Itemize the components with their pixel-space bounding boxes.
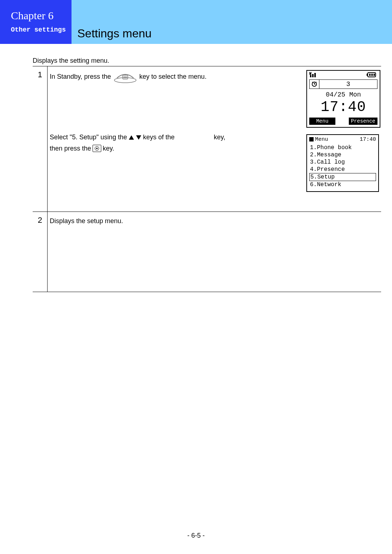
step-body: In Standby, press the [48, 66, 381, 212]
menu-screen: Menu 17:40 1.Phone book2.Message3.Call l… [306, 134, 379, 192]
step-body: Displays the setup menu. [48, 212, 381, 292]
standby-screen: 3 04/25 Mon 17:40 Menu Presence [306, 70, 380, 128]
chapter-subtitle: Other settings [11, 26, 67, 33]
chapter-label: Chapter 6 [11, 9, 67, 22]
svg-rect-17 [373, 74, 375, 76]
text: Displays the setup menu. [50, 217, 123, 225]
svg-rect-14 [367, 74, 368, 76]
menu-item: 1.Phone book [309, 144, 376, 151]
menu-indicator-icon [309, 137, 314, 141]
svg-point-0 [114, 78, 136, 83]
softkey-presence: Presence [349, 118, 377, 125]
step-number: 2 [33, 212, 48, 292]
menu-time: 17:40 [360, 136, 376, 143]
step-row: 1 In Standby, press the [33, 66, 381, 212]
step-instructions: Displays the setup menu. [50, 216, 379, 227]
text: then press the [50, 143, 91, 154]
menu-items: 1.Phone book2.Message3.Call log4.Presenc… [309, 144, 376, 188]
svg-rect-8 [312, 74, 314, 77]
text: Select "5. Setup" using the [50, 132, 127, 143]
text: key. [103, 143, 114, 154]
menu-title: Menu [315, 136, 328, 143]
svg-rect-9 [314, 73, 316, 77]
svg-rect-16 [371, 74, 373, 76]
down-arrow-icon [136, 132, 142, 143]
menu-header: Menu 17:40 [309, 136, 376, 143]
softkey-row: Menu Presence [307, 118, 380, 127]
text: keys of the [143, 132, 175, 143]
menu-item: 4.Presence [309, 166, 376, 173]
svg-marker-6 [136, 135, 141, 140]
svg-marker-5 [129, 135, 134, 140]
status-row: 3 [309, 79, 377, 89]
header-left: Chapter 6 Other settings [0, 0, 72, 44]
step-row: 2 Displays the setup menu. [33, 212, 381, 292]
ok-key-icon [93, 145, 101, 152]
intro-text: Displays the setting menu. [33, 57, 381, 65]
step-instructions: In Standby, press the [50, 70, 300, 163]
menu-item: 2.Message [309, 151, 376, 159]
page-footer: - 6-5 - [0, 532, 392, 539]
page-header: Chapter 6 Other settings Settings menu [0, 0, 392, 44]
signal-icon [309, 71, 321, 78]
page-title: Settings menu [77, 27, 152, 40]
menu-item: 5.Setup [309, 173, 376, 181]
text: key to select the menu. [139, 71, 207, 82]
count-value: 3 [319, 80, 377, 89]
text: In Standby, press the [50, 71, 111, 82]
standby-date: 04/25 Mon [307, 91, 380, 98]
menu-item: 3.Call log [309, 159, 376, 166]
device-screens: 3 04/25 Mon 17:40 Menu Presence [306, 70, 379, 192]
battery-icon [367, 72, 377, 78]
step-number: 1 [33, 66, 48, 212]
standby-time: 17:40 [307, 99, 380, 115]
alarm-icon [310, 80, 319, 89]
status-bar [307, 71, 380, 79]
up-arrow-icon [128, 132, 134, 143]
page: Chapter 6 Other settings Settings menu D… [0, 0, 392, 554]
header-right: Settings menu [72, 0, 392, 44]
phone-key-icon [113, 70, 138, 83]
menu-item: 6.Network [309, 181, 376, 188]
steps-table: 1 In Standby, press the [33, 66, 381, 292]
softkey-menu: Menu [309, 118, 335, 125]
text: key, [214, 132, 225, 143]
content: Displays the setting menu. 1 In Standby,… [0, 44, 392, 292]
svg-rect-15 [369, 74, 371, 76]
